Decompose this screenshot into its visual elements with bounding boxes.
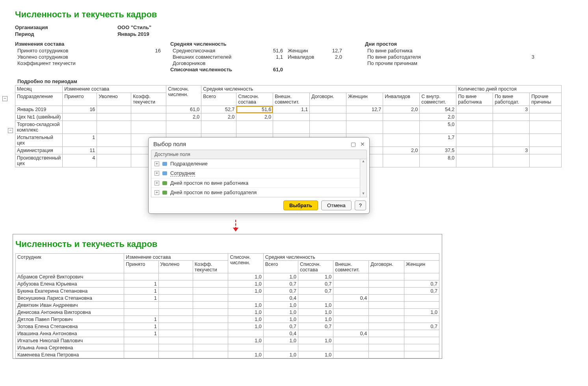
cancel-button[interactable]: Отмена xyxy=(321,200,352,210)
table-row[interactable]: Январь 20191661,052,751,61,112,72,054,23 xyxy=(15,106,562,113)
cell-name: Каменева Елена Петровна xyxy=(16,351,124,358)
cell-total: 0,4 xyxy=(263,330,298,337)
table-row[interactable]: Денисова Антонина Викторовна1,01,01,01,0 xyxy=(16,309,439,316)
idle-v1 xyxy=(511,48,534,54)
cell-name: Игнатьев Николай Павлович xyxy=(16,337,124,344)
employee-table[interactable]: Сотрудник Изменение состава Списочн. чис… xyxy=(15,253,439,358)
cell-women xyxy=(346,113,383,121)
table-row[interactable]: Игнатьев Николай Павлович1,01,01,0 xyxy=(16,337,439,344)
table-row[interactable]: Цех №1 (швейный)2,02,02,02,0 xyxy=(15,113,562,121)
cell-dis: 2,0 xyxy=(383,106,420,113)
cell-list xyxy=(166,121,201,134)
help-button[interactable]: ? xyxy=(355,200,366,210)
cell-total: 2,0 xyxy=(201,113,236,121)
cell-hired xyxy=(124,344,158,351)
table-row[interactable]: Каменева Елена Петровна1,01,01,0 xyxy=(16,351,439,358)
expand-icon[interactable]: + xyxy=(154,190,159,195)
cell-spisc: 0,7 xyxy=(298,323,333,330)
cell-women xyxy=(404,273,439,280)
hdr2-turn: Коэфф. текучести xyxy=(193,261,228,273)
hdr-list: Списочн. состава xyxy=(236,93,273,106)
cell-hired: 1 xyxy=(63,134,97,147)
scroll-up-icon[interactable]: ▲ xyxy=(360,159,367,165)
outline-toggle-month[interactable]: − xyxy=(8,128,13,133)
cell-spisc: 1,0 xyxy=(298,302,333,309)
cell-spisc[interactable]: 2,0 xyxy=(236,113,273,121)
cell-ioth xyxy=(530,106,562,113)
maximize-icon[interactable]: ▢ xyxy=(350,141,356,147)
table-row[interactable]: Абрамов Сергей Викторович1,01,01,0 xyxy=(16,273,439,280)
table-row[interactable]: Арбузова Елена Юрьевна11,00,70,70,7 xyxy=(16,280,439,288)
expand-icon[interactable]: + xyxy=(154,171,159,176)
field-list-item[interactable]: +Дней простоя по вине работодателя xyxy=(151,188,367,197)
cell-ext xyxy=(333,280,369,288)
table-row[interactable]: Ильина Анна Сергеевна xyxy=(16,344,439,351)
cell-ioth xyxy=(530,113,562,121)
cell-list: 1,0 xyxy=(228,273,263,280)
hdr-month: Месяц xyxy=(15,85,63,93)
cell-iorg: 3 xyxy=(493,147,530,154)
cell-hired: 11 xyxy=(63,147,97,154)
cell-spisc: 1,0 xyxy=(298,351,333,358)
field-list-item[interactable]: +Сотрудник xyxy=(151,169,367,178)
field-label: Дней простоя по вине работодателя xyxy=(170,189,257,195)
avg-l2: Внешних совместителей xyxy=(173,54,259,60)
cell-ioth xyxy=(530,134,562,147)
table-row[interactable]: Веснушкина Лариса Степановна10,40,4 xyxy=(16,295,439,302)
hdr-iorg: По вине работодат. xyxy=(493,93,530,106)
scrollbar[interactable]: ▲ ▼ xyxy=(360,159,367,197)
field-label: Сотрудник xyxy=(170,170,195,176)
field-list-item[interactable]: +Дней простоя по вине работника xyxy=(151,178,367,188)
cell-dis xyxy=(383,121,420,134)
table-row[interactable]: Букина Екатерина Степановна11,00,70,70,7 xyxy=(16,288,439,295)
table-row[interactable]: Торгово-складской комплекс5,0 xyxy=(15,121,562,134)
idle-l2: По вине работодателя xyxy=(367,54,511,60)
period-row: Период Январь 2019 xyxy=(15,31,573,37)
cell-name: Зотова Елена Степановна xyxy=(16,323,124,330)
cell-label: Январь 2019 xyxy=(15,106,63,113)
field-type-icon xyxy=(162,162,167,166)
cell-spisc[interactable]: 51,6 xyxy=(236,106,273,113)
table-row[interactable]: Зотова Елена Степановна11,00,70,70,7 xyxy=(16,323,439,330)
table-row[interactable]: Дятлов Павел Петрович11,01,01,0 xyxy=(16,316,439,323)
cell-women: 0,7 xyxy=(404,280,439,288)
dialog-field-list[interactable]: +Подразделение+Сотрудник+Дней простоя по… xyxy=(151,159,367,197)
outline-toggle-root[interactable]: − xyxy=(2,96,7,101)
cell-spisc[interactable] xyxy=(236,121,273,134)
cell-women xyxy=(404,344,439,351)
org-row: Организация ООО "Стиль" xyxy=(15,24,573,30)
close-icon[interactable]: ✕ xyxy=(360,141,365,147)
scroll-down-icon[interactable]: ▼ xyxy=(360,191,367,197)
field-list-item[interactable]: +Подразделение xyxy=(151,159,367,169)
cell-turn xyxy=(193,351,228,358)
cell-fired xyxy=(158,323,193,330)
cell-list xyxy=(228,344,263,351)
hdr2-listcnt: Списочн. численн. xyxy=(228,254,263,273)
cell-fired xyxy=(97,106,131,113)
cell-ext xyxy=(333,351,369,358)
table-row[interactable]: Ивашина Анна Антоновна10,40,4 xyxy=(16,330,439,337)
hdr2-total: Всего xyxy=(263,261,298,273)
cell-fired xyxy=(97,147,131,154)
table-row[interactable]: Девяткин Иван Андреевич1,01,01,0 xyxy=(16,302,439,309)
summary-block: Изменения состава Принято сотрудников16 … xyxy=(15,41,573,73)
cell-women: 0,7 xyxy=(404,323,439,330)
cell-ext xyxy=(333,337,369,344)
avg-header: Средняя численность xyxy=(170,41,355,47)
cell-fired xyxy=(97,154,131,167)
cell-iorg xyxy=(493,154,530,167)
cell-ext xyxy=(333,316,369,323)
cell-name: Девяткин Иван Андреевич xyxy=(16,302,124,309)
cell-contract xyxy=(310,113,346,121)
cell-ext: 0,4 xyxy=(333,295,369,302)
hdr-dept: Подразделение xyxy=(15,93,63,106)
cell-iemp xyxy=(456,113,493,121)
hdr2-ext: Внешн. совместит. xyxy=(333,261,369,273)
expand-icon[interactable]: + xyxy=(154,181,159,186)
cell-fired xyxy=(158,316,193,323)
org-value: ООО "Стиль" xyxy=(117,24,151,30)
expand-icon[interactable]: + xyxy=(154,161,159,166)
select-button[interactable]: Выбрать xyxy=(283,200,318,210)
cell-contract xyxy=(369,330,404,337)
cell-ext: 0,4 xyxy=(333,330,369,337)
